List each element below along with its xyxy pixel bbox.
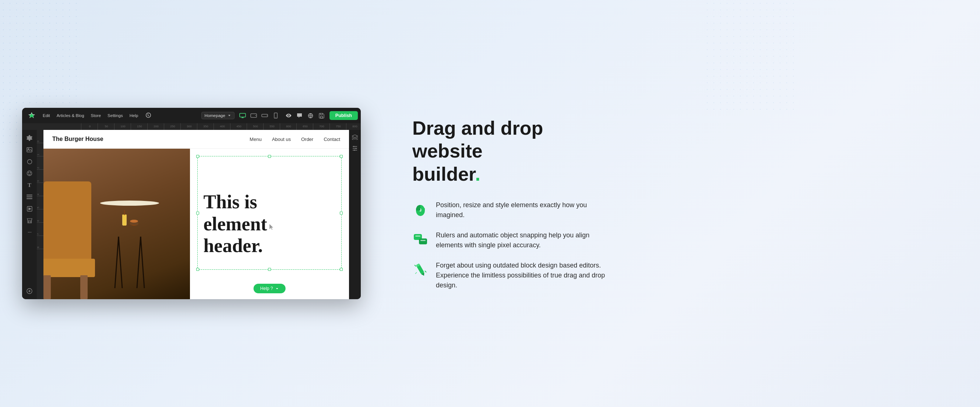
svg-point-2	[255, 115, 256, 116]
nav-settings[interactable]: Settings	[105, 112, 126, 119]
svg-rect-36	[420, 240, 426, 241]
svg-point-18	[28, 221, 29, 222]
ruler: 0 50 100 150 200 250 300 350 400 450 500…	[22, 123, 361, 130]
hero-split: This is element header.	[43, 149, 349, 299]
site-nav-menu[interactable]: Menu	[250, 137, 262, 142]
help-button[interactable]: Help ?	[254, 284, 286, 293]
decorative-dots-right	[704, 0, 796, 110]
svg-point-13	[30, 173, 31, 173]
site-nav-contact[interactable]: Contact	[324, 137, 340, 142]
svg-rect-8	[27, 148, 32, 152]
properties-icon[interactable]	[350, 144, 359, 153]
canvas[interactable]: The Burger House Menu About us Order Con…	[43, 130, 349, 299]
hero-image	[43, 149, 190, 299]
view-desktop[interactable]	[237, 111, 248, 120]
view-controls	[237, 111, 281, 120]
settings-icon[interactable]	[24, 133, 35, 143]
svg-rect-0	[240, 113, 245, 117]
app-logo	[25, 111, 38, 119]
headline: Drag and drop website builder.	[412, 117, 611, 186]
ruler-mark: 550	[263, 123, 280, 130]
divider-icon[interactable]	[24, 192, 35, 202]
canvas-container: 0 1 2 3 4 5 6 7 8 The Burger House	[37, 130, 361, 299]
left-sidebar: T ···	[22, 130, 37, 299]
page-selector-label: Homepage	[205, 113, 225, 118]
svg-rect-34	[419, 238, 427, 244]
mouse-icon	[412, 201, 428, 217]
feature-rulers-text: Rulers and automatic object snapping hel…	[436, 231, 611, 250]
ruler-mark: 100	[114, 123, 131, 130]
feature-dragdrop: Forget about using outdated block design…	[412, 261, 611, 290]
history-button[interactable]	[142, 111, 154, 120]
toolbar-icons	[284, 111, 326, 120]
ruler-mark: 250	[164, 123, 180, 130]
site-nav-order[interactable]: Order	[301, 137, 313, 142]
publish-button[interactable]: Publish	[329, 111, 358, 120]
page-selector[interactable]: Homepage	[201, 112, 234, 119]
svg-point-25	[130, 220, 138, 223]
add-element-icon[interactable]	[24, 286, 35, 296]
ruler-mark: 700	[313, 123, 329, 130]
nav-edit[interactable]: Edit	[40, 112, 53, 119]
ruler-mark: 500	[247, 123, 263, 130]
globe-icon[interactable]	[306, 111, 315, 120]
nav-articles[interactable]: Articles & Blog	[54, 112, 87, 119]
svg-point-19	[30, 221, 30, 222]
text-icon[interactable]: T	[24, 180, 35, 190]
view-mobile[interactable]	[270, 111, 281, 120]
emoji-icon[interactable]	[24, 168, 35, 178]
view-tablet[interactable]	[248, 111, 259, 120]
ruler-mark: 150	[131, 123, 147, 130]
svg-line-41	[425, 271, 426, 272]
more-icon[interactable]: ···	[24, 227, 35, 237]
right-panel	[349, 130, 361, 299]
layers-icon[interactable]	[350, 133, 359, 141]
drag-icon	[412, 261, 428, 277]
main-nav: Edit Articles & Blog Store Settings Help	[40, 112, 141, 119]
cursor-indicator	[269, 224, 274, 229]
snap-icon	[412, 231, 428, 247]
scene-background	[43, 149, 190, 299]
hero-text: This is element header.	[190, 149, 349, 299]
media-icon[interactable]	[24, 204, 35, 214]
svg-point-28	[354, 150, 355, 151]
feature-dragdrop-text: Forget about using outdated block design…	[436, 261, 611, 290]
page-wrapper: Edit Articles & Blog Store Settings Help…	[0, 0, 980, 407]
shapes-icon[interactable]	[24, 156, 35, 167]
ruler-mark: 200	[147, 123, 164, 130]
ruler-mark: 400	[213, 123, 230, 130]
svg-point-6	[275, 117, 276, 118]
preview-icon[interactable]	[284, 111, 293, 120]
info-panel: Drag and drop website builder.	[383, 95, 641, 312]
svg-point-9	[28, 149, 29, 150]
ruler-mark: 300	[180, 123, 197, 130]
svg-rect-35	[415, 235, 420, 237]
svg-point-26	[353, 146, 355, 147]
ruler-mark: 750	[329, 123, 346, 130]
save-icon[interactable]	[317, 111, 326, 120]
view-mobile-landscape[interactable]	[259, 111, 270, 120]
ruler-mark: 350	[197, 123, 213, 130]
store-icon[interactable]	[24, 215, 35, 226]
svg-rect-16	[27, 198, 32, 199]
feature-position: Position, resize and style elements exac…	[412, 200, 611, 220]
table-decoration	[80, 200, 179, 288]
image-icon[interactable]	[24, 145, 35, 155]
ruler-mark: 600	[280, 123, 296, 130]
svg-rect-14	[27, 195, 32, 196]
site-nav: Menu About us Order Contact	[250, 137, 340, 142]
ruler-mark: 800	[346, 123, 361, 130]
site-logo: The Burger House	[52, 136, 103, 142]
feature-rulers: Rulers and automatic object snapping hel…	[412, 231, 611, 250]
browser-window: Edit Articles & Blog Store Settings Help…	[22, 108, 361, 299]
site-nav-about[interactable]: About us	[272, 137, 291, 142]
site-header: The Burger House Menu About us Order Con…	[43, 130, 349, 149]
comment-icon[interactable]	[295, 111, 304, 120]
svg-rect-15	[27, 197, 32, 197]
svg-point-10	[27, 159, 32, 164]
nav-help[interactable]: Help	[127, 112, 142, 119]
top-bar: Edit Articles & Blog Store Settings Help…	[22, 108, 361, 123]
ruler-mark: 450	[230, 123, 247, 130]
nav-store[interactable]: Store	[88, 112, 104, 119]
feature-list: Position, resize and style elements exac…	[412, 200, 611, 290]
